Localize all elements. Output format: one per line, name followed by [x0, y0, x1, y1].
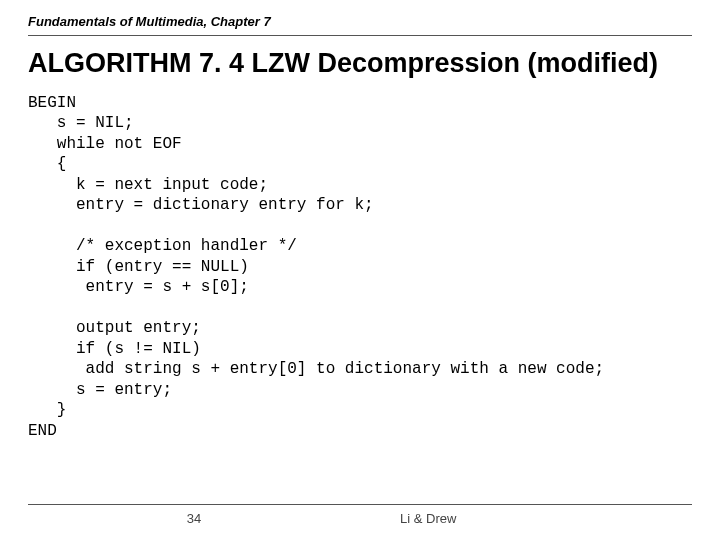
page-title: ALGORITHM 7. 4 LZW Decompression (modifi… — [28, 48, 692, 79]
book-chapter-header: Fundamentals of Multimedia, Chapter 7 — [0, 0, 720, 33]
authors: Li & Drew — [360, 511, 720, 526]
footer-rule — [28, 504, 692, 505]
footer: 34 Li & Drew — [28, 504, 692, 526]
algorithm-code: BEGIN s = NIL; while not EOF { k = next … — [28, 93, 692, 441]
header-rule — [28, 35, 692, 36]
page-number: 34 — [28, 511, 360, 526]
